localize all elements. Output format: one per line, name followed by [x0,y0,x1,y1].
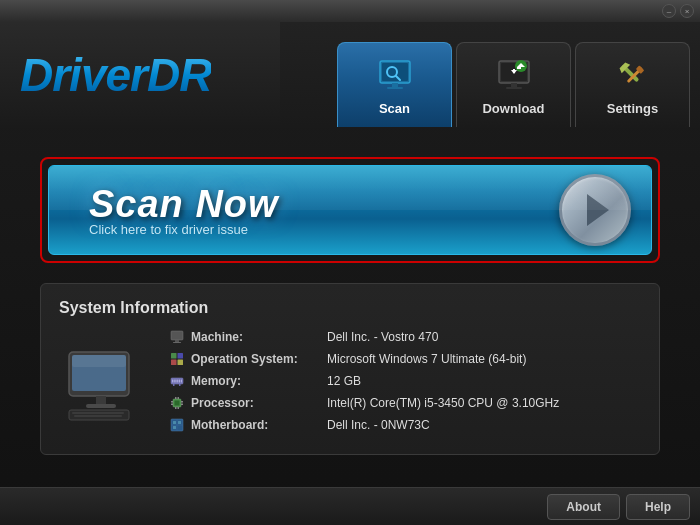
svg-rect-4 [392,83,398,87]
svg-rect-42 [175,401,180,406]
svg-rect-13 [506,87,522,89]
scan-tab-icon [374,55,416,97]
system-info-title: System Information [59,299,641,317]
os-value: Microsoft Windows 7 Ultimate (64-bit) [327,352,526,366]
svg-rect-49 [175,407,177,409]
memory-label: Memory: [191,374,321,388]
svg-rect-30 [178,353,184,359]
svg-rect-43 [171,401,173,403]
svg-rect-38 [181,380,182,383]
system-info-box: System Information [40,283,660,455]
os-icon [169,351,185,367]
processor-value: Intel(R) Core(TM) i5-3450 CPU @ 3.10GHz [327,396,559,410]
processor-icon [169,395,185,411]
tab-scan-label: Scan [379,101,410,116]
svg-rect-1 [382,63,408,81]
footer: About Help [0,487,700,525]
scan-arrow-icon [587,194,609,226]
info-table: Machine: Dell Inc. - Vostro 470 [169,329,641,439]
content-area: Scan Now Click here to fix driver issue … [0,127,700,487]
processor-label: Processor: [191,396,321,410]
header: DriverDR [0,22,700,127]
info-row-memory: Memory: 12 GB [169,373,641,389]
window-controls: – × [662,4,694,18]
tab-settings[interactable]: Settings [575,42,690,127]
memory-value: 12 GB [327,374,361,388]
svg-rect-37 [179,380,181,383]
tab-scan[interactable]: Scan [337,42,452,127]
svg-rect-27 [175,340,179,342]
scan-text-group: Scan Now Click here to fix driver issue [89,183,279,237]
svg-rect-32 [178,360,184,366]
svg-rect-29 [171,353,177,359]
svg-rect-39 [173,384,175,386]
nav-tabs: Scan [280,22,700,127]
motherboard-value: Dell Inc. - 0NW73C [327,418,430,432]
info-row-processor: Processor: Intel(R) Core(TM) i5-3450 CPU… [169,395,641,411]
scan-now-wrapper: Scan Now Click here to fix driver issue [40,157,660,263]
svg-rect-44 [171,404,173,406]
svg-rect-54 [173,426,176,429]
svg-rect-35 [174,380,176,383]
tab-download[interactable]: Download [456,42,571,127]
system-info-content: Machine: Dell Inc. - Vostro 470 [59,329,641,439]
svg-rect-21 [96,396,106,404]
svg-rect-50 [178,407,180,409]
scan-arrow-button[interactable] [559,174,631,246]
info-row-motherboard: Motherboard: Dell Inc. - 0NW73C [169,417,641,433]
svg-rect-48 [178,397,180,399]
scan-now-title: Scan Now [89,183,279,226]
svg-rect-5 [387,87,403,89]
svg-rect-47 [175,397,177,399]
computer-icon-area [59,329,149,439]
svg-rect-12 [511,83,517,87]
minimize-button[interactable]: – [662,4,676,18]
computer-icon [64,347,144,422]
about-button[interactable]: About [547,494,620,520]
memory-icon [169,373,185,389]
svg-rect-22 [86,404,116,408]
machine-value: Dell Inc. - Vostro 470 [327,330,438,344]
info-row-os: Operation System: Microsoft Windows 7 Ul… [169,351,641,367]
svg-rect-26 [171,331,183,340]
tab-download-label: Download [482,101,544,116]
scan-now-subtitle: Click here to fix driver issue [89,222,279,237]
svg-rect-40 [179,384,181,386]
os-label: Operation System: [191,352,321,366]
download-tab-icon [493,55,535,97]
svg-rect-28 [173,342,181,343]
svg-rect-36 [176,380,178,383]
scan-now-button[interactable]: Scan Now Click here to fix driver issue [48,165,652,255]
machine-label: Machine: [191,330,321,344]
svg-rect-46 [181,404,183,406]
svg-rect-31 [171,360,177,366]
help-button[interactable]: Help [626,494,690,520]
tab-settings-label: Settings [607,101,658,116]
svg-rect-20 [72,355,126,367]
app-logo: DriverDR [20,48,211,102]
svg-rect-25 [74,415,122,417]
close-button[interactable]: × [680,4,694,18]
title-bar: – × [0,0,700,22]
svg-rect-53 [178,421,181,424]
svg-rect-24 [72,412,124,414]
machine-icon [169,329,185,345]
motherboard-icon [169,417,185,433]
motherboard-label: Motherboard: [191,418,321,432]
svg-rect-45 [181,401,183,403]
svg-rect-34 [172,380,174,383]
logo-area: DriverDR [0,22,280,127]
settings-tab-icon [612,55,654,97]
svg-rect-52 [173,421,176,424]
main-container: DriverDR [0,22,700,525]
info-row-machine: Machine: Dell Inc. - Vostro 470 [169,329,641,345]
